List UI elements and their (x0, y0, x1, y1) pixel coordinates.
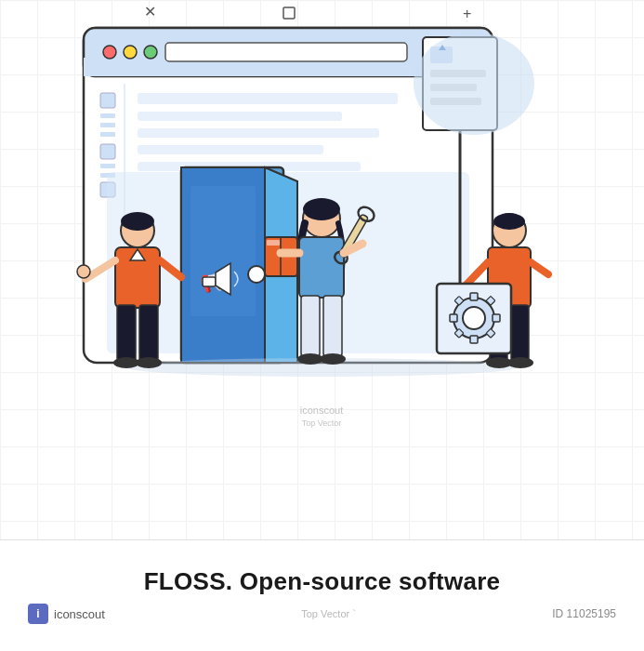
svg-rect-10 (283, 7, 295, 19)
svg-line-78 (531, 262, 548, 274)
illustration-area: ⚙ + ✕ (0, 0, 644, 539)
svg-rect-15 (100, 144, 115, 159)
svg-rect-21 (138, 112, 342, 121)
svg-rect-85 (493, 314, 500, 322)
svg-rect-12 (100, 113, 115, 118)
svg-rect-48 (139, 305, 158, 361)
svg-point-81 (463, 307, 485, 329)
svg-text:+: + (463, 6, 471, 21)
main-illustration: ⚙ + ✕ (0, 0, 644, 539)
info-bar: FLOSS. Open-source software i iconscout … (0, 539, 644, 651)
svg-point-33 (414, 33, 534, 135)
asset-id: ID 11025195 (552, 607, 616, 620)
logo-char: i (36, 607, 39, 620)
svg-rect-11 (100, 93, 115, 108)
svg-rect-23 (138, 145, 323, 154)
svg-point-50 (136, 357, 162, 368)
svg-rect-57 (299, 237, 344, 298)
svg-point-60 (297, 353, 323, 365)
id-prefix: ID (552, 607, 566, 620)
main-container: ⚙ + ✕ (0, 0, 644, 651)
svg-point-4 (124, 46, 137, 59)
svg-point-56 (303, 198, 340, 220)
svg-point-61 (320, 353, 346, 365)
svg-text:✕: ✕ (144, 4, 156, 20)
bottom-row: i iconscout Top Vector ` ID 11025195 (19, 604, 625, 624)
svg-rect-83 (470, 336, 478, 343)
svg-rect-64 (267, 240, 280, 246)
iconscout-logo-icon: i (28, 604, 48, 624)
brand-section[interactable]: i iconscout (28, 604, 105, 624)
brand-name: iconscout (54, 607, 105, 621)
svg-rect-22 (138, 128, 379, 138)
svg-point-54 (77, 265, 90, 278)
svg-rect-40 (203, 277, 216, 286)
svg-point-38 (248, 266, 265, 283)
svg-point-3 (103, 46, 116, 59)
svg-rect-16 (100, 164, 115, 168)
svg-rect-47 (117, 305, 136, 361)
illustration-title: FLOSS. Open-source software (144, 567, 501, 596)
svg-rect-37 (191, 186, 256, 316)
watermark: Top Vector ` (301, 608, 356, 619)
svg-rect-84 (450, 314, 457, 322)
svg-point-44 (121, 212, 154, 231)
svg-rect-58 (301, 296, 320, 356)
svg-point-49 (113, 357, 139, 368)
svg-point-5 (144, 46, 157, 59)
svg-text:iconscout: iconscout (300, 405, 343, 416)
svg-point-71 (493, 213, 525, 230)
svg-text:Top Vector: Top Vector (302, 418, 342, 428)
svg-rect-59 (323, 296, 342, 356)
top-vector-label: Top Vector ` (301, 608, 356, 619)
svg-rect-82 (470, 293, 478, 300)
svg-point-76 (507, 357, 533, 368)
svg-rect-74 (511, 305, 529, 361)
svg-rect-13 (100, 123, 115, 127)
svg-rect-6 (165, 43, 407, 61)
svg-rect-14 (100, 132, 115, 137)
svg-rect-20 (138, 93, 398, 104)
